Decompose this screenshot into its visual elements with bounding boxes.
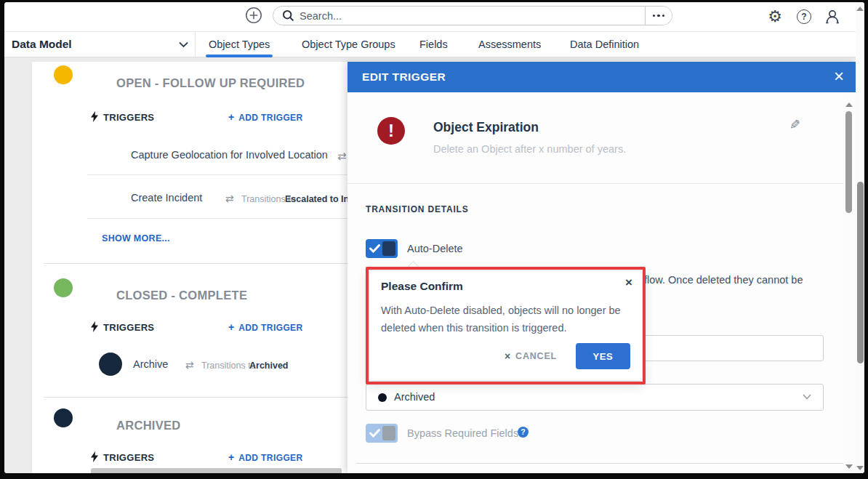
close-icon[interactable]: × bbox=[625, 275, 632, 290]
trigger-name: Object Expiration bbox=[433, 120, 539, 135]
scrollbar-thumb[interactable] bbox=[845, 111, 852, 213]
nav-divider bbox=[195, 32, 196, 57]
triggers-header: TRIGGERS +ADD TRIGGER bbox=[91, 110, 154, 122]
panel-header: EDIT TRIGGER × bbox=[347, 62, 856, 92]
state-name-archived: ARCHIVED bbox=[116, 419, 181, 432]
tab-object-type-groups[interactable]: Object Type Groups bbox=[302, 32, 395, 57]
transitions-icon: ⇄ bbox=[337, 150, 347, 163]
gear-icon: ⚙ bbox=[768, 7, 782, 26]
chevron-down-icon bbox=[803, 394, 811, 400]
alert-icon: ! bbox=[377, 117, 405, 145]
divider bbox=[87, 174, 347, 175]
confirm-message: With Auto-Delete disabled, objects will … bbox=[381, 302, 635, 337]
section-divider bbox=[44, 397, 347, 398]
window-scrollbar bbox=[856, 2, 864, 473]
confirm-actions: × CANCEL YES bbox=[505, 343, 630, 369]
add-trigger-button[interactable]: +ADD TRIGGER bbox=[228, 451, 303, 464]
confirm-title: Please Confirm bbox=[381, 280, 463, 293]
lightning-icon bbox=[91, 111, 98, 122]
check-icon bbox=[369, 244, 380, 253]
state-dot-closed bbox=[54, 278, 73, 297]
check-icon bbox=[369, 429, 380, 438]
question-icon: ? bbox=[797, 9, 811, 24]
scrollbar-thumb[interactable] bbox=[857, 182, 864, 363]
show-more-link[interactable]: SHOW MORE... bbox=[102, 233, 170, 243]
trigger-description: Delete an Object after x number of years… bbox=[433, 143, 626, 155]
scroll-up-arrow[interactable] bbox=[856, 7, 864, 11]
tab-object-types[interactable]: Object Types bbox=[209, 32, 270, 57]
scroll-down-arrow[interactable] bbox=[856, 466, 864, 470]
lightning-icon bbox=[91, 321, 98, 332]
nav-row: Data Model Object Types Object Type Grou… bbox=[4, 32, 864, 57]
auto-delete-label: Auto-Delete bbox=[407, 243, 463, 254]
plus-icon: + bbox=[228, 111, 234, 123]
search-more-button[interactable] bbox=[645, 7, 672, 25]
search-input[interactable]: Search... bbox=[273, 6, 672, 25]
divider bbox=[87, 218, 347, 219]
divider bbox=[347, 183, 844, 184]
ellipsis-icon bbox=[653, 15, 656, 17]
help-icon[interactable]: ? bbox=[518, 427, 529, 438]
user-menu-button[interactable] bbox=[823, 7, 842, 26]
horizontal-scrollbar-thumb[interactable] bbox=[91, 468, 342, 473]
state-dot-open bbox=[54, 65, 73, 84]
close-icon[interactable]: × bbox=[834, 67, 844, 86]
triggers-header: TRIGGERS +ADD TRIGGER bbox=[91, 321, 154, 332]
edit-trigger-panel: EDIT TRIGGER × ! Object Expiration Delet… bbox=[347, 62, 856, 473]
yes-button[interactable]: YES bbox=[576, 343, 630, 369]
app-window: Search... ⚙ ? bbox=[4, 2, 864, 473]
tab-assessments[interactable]: Assessments bbox=[478, 32, 541, 57]
chevron-down-icon bbox=[179, 41, 188, 48]
data-model-dropdown[interactable]: Data Model bbox=[12, 32, 193, 57]
user-icon bbox=[824, 9, 840, 25]
add-trigger-button[interactable]: +ADD TRIGGER bbox=[228, 321, 303, 334]
state-name-closed: CLOSED - COMPLETE bbox=[116, 289, 247, 302]
workflow-card: OPEN - FOLLOW UP REQUIRED TRIGGERS +ADD … bbox=[32, 62, 347, 473]
toggle-knob bbox=[382, 241, 395, 256]
help-button[interactable]: ? bbox=[795, 7, 813, 26]
create-button[interactable] bbox=[245, 7, 262, 24]
triggers-header: TRIGGERS +ADD TRIGGER bbox=[91, 451, 154, 462]
tab-data-definition[interactable]: Data Definition bbox=[570, 32, 639, 57]
divider bbox=[356, 463, 844, 464]
trigger-state-dot bbox=[99, 353, 122, 376]
transitions-icon: ⇄ bbox=[185, 359, 194, 371]
lightning-icon bbox=[91, 451, 98, 462]
transitions-icon: ⇄ bbox=[225, 193, 234, 204]
panel-title: EDIT TRIGGER bbox=[362, 71, 446, 84]
state-dot-icon bbox=[378, 393, 387, 402]
transition-select[interactable]: Archived bbox=[366, 384, 824, 411]
trigger-row[interactable]: Archive bbox=[133, 358, 168, 370]
screenshot-frame: Search... ⚙ ? bbox=[0, 0, 868, 479]
topbar: Search... ⚙ ? bbox=[4, 2, 864, 32]
add-trigger-button[interactable]: +ADD TRIGGER bbox=[228, 110, 303, 124]
x-icon: × bbox=[505, 350, 510, 362]
section-divider bbox=[44, 263, 347, 264]
confirm-popover: Please Confirm × With Auto-Delete disabl… bbox=[369, 270, 643, 381]
bypass-required-fields-label: Bypass Required Fields. bbox=[407, 427, 521, 439]
scroll-up-arrow[interactable] bbox=[845, 102, 853, 107]
data-model-dropdown-label: Data Model bbox=[12, 38, 72, 51]
search-placeholder: Search... bbox=[300, 10, 342, 22]
toggle-knob bbox=[382, 426, 395, 440]
state-name-open: OPEN - FOLLOW UP REQUIRED bbox=[116, 76, 305, 90]
search-icon bbox=[282, 9, 294, 22]
settings-button[interactable]: ⚙ bbox=[765, 7, 784, 26]
state-dot-archived bbox=[54, 408, 73, 427]
plus-icon: + bbox=[228, 451, 234, 463]
transition-details-label: TRANSITION DETAILS bbox=[366, 204, 469, 214]
scroll-down-arrow[interactable] bbox=[845, 464, 853, 469]
auto-delete-toggle[interactable] bbox=[366, 239, 398, 258]
plus-circle-icon bbox=[245, 7, 262, 24]
main-area: OPEN - FOLLOW UP REQUIRED TRIGGERS +ADD … bbox=[4, 57, 864, 473]
bypass-required-fields-toggle bbox=[366, 424, 398, 443]
edit-pencil-icon[interactable]: ✎ bbox=[789, 117, 800, 133]
tab-fields[interactable]: Fields bbox=[419, 32, 448, 57]
cancel-button[interactable]: × CANCEL bbox=[505, 350, 557, 362]
plus-icon: + bbox=[228, 321, 234, 333]
trigger-row[interactable]: Create Incident bbox=[131, 192, 202, 204]
trigger-row[interactable]: Capture Geolocation for Involved Locatio… bbox=[131, 149, 328, 161]
background-text-fragment: flow. Once deleted they cannot be bbox=[644, 274, 803, 286]
panel-scrollbar bbox=[843, 92, 856, 473]
transition-select-value: Archived bbox=[394, 391, 435, 403]
